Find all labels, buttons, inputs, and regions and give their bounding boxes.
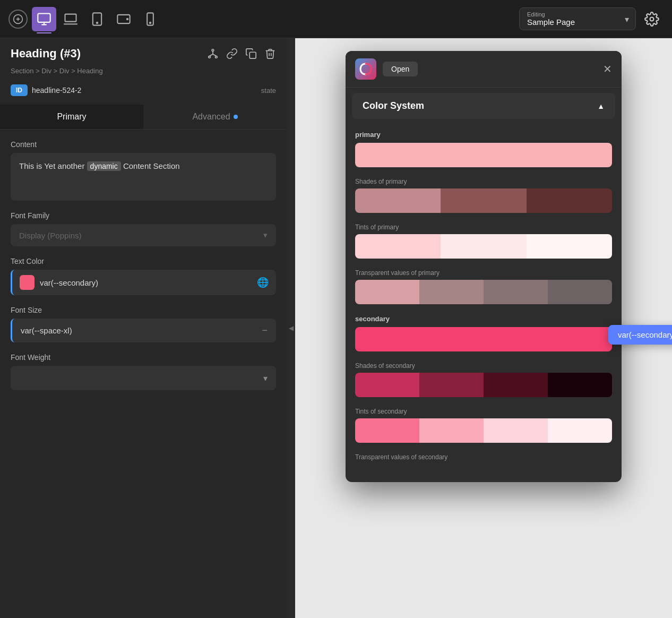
tab-advanced[interactable]: Advanced: [143, 105, 287, 129]
svg-rect-3: [38, 13, 50, 22]
svg-point-8: [97, 22, 98, 23]
close-button[interactable]: ✕: [603, 63, 612, 75]
font-size-field: Font Size var(--space-xl) −: [11, 306, 276, 342]
page-name-label: Sample Page: [527, 18, 575, 27]
content-textarea[interactable]: This is Yet another dynamic Content Sect…: [11, 153, 276, 201]
duplicate-icon[interactable]: [245, 48, 257, 59]
primary-section: primary: [355, 131, 612, 167]
tabs-row: Primary Advanced: [0, 105, 287, 130]
color-swatch[interactable]: [20, 275, 35, 290]
tints-secondary-section: Tints of secondary: [355, 408, 612, 443]
sec-shade-2: [419, 373, 484, 397]
svg-point-15: [209, 56, 211, 58]
page-selector[interactable]: Editing Sample Page ▾: [519, 7, 636, 30]
tints-secondary-bar[interactable]: [355, 418, 612, 443]
open-button[interactable]: Open: [383, 62, 418, 76]
secondary-color-bar[interactable]: [355, 327, 612, 351]
sec-shade-3: [484, 373, 548, 397]
device-desktop[interactable]: [32, 7, 56, 31]
transparent-primary-section: Transparent values of primary: [355, 269, 612, 304]
svg-line-18: [210, 54, 213, 56]
transparent-secondary-section: Transparent values of secondary: [355, 453, 612, 461]
svg-point-16: [216, 56, 218, 58]
id-badge[interactable]: ID: [11, 84, 28, 96]
tints-primary-bar[interactable]: [355, 234, 612, 259]
tints-primary-section: Tints of primary: [355, 224, 612, 259]
var-tooltip: var(--secondary): [608, 325, 672, 345]
settings-button[interactable]: [640, 7, 664, 31]
color-modal: Open ✕ Color System ▲ primary Shades of …: [346, 51, 622, 482]
shades-secondary-label: Shades of secondary: [355, 362, 612, 370]
shades-secondary-section: Shades of secondary: [355, 362, 612, 397]
sec-tint-3: [484, 418, 548, 443]
trans-3: [484, 280, 548, 304]
shade-3: [527, 188, 612, 213]
svg-point-13: [650, 17, 654, 21]
state-button[interactable]: state: [261, 87, 276, 95]
content-before: This is Yet another: [19, 161, 87, 170]
breadcrumb: Section > Div > Div > Heading: [0, 65, 287, 81]
font-family-label: Font Family: [11, 211, 276, 220]
sec-tint-4: [548, 418, 612, 443]
trans-1: [355, 280, 419, 304]
chevron-down-icon: ▾: [263, 373, 268, 383]
transparent-primary-bar[interactable]: [355, 280, 612, 304]
device-tablet[interactable]: [85, 7, 109, 31]
sec-shade-1: [355, 373, 419, 397]
shade-1: [355, 188, 441, 213]
chevron-down-icon: ▾: [263, 230, 268, 240]
secondary-label: secondary: [355, 315, 612, 323]
sec-tint-2: [419, 418, 484, 443]
main-content: Heading (#3): [0, 38, 672, 618]
color-system-title-bar: Color System ▲: [352, 93, 615, 119]
shades-secondary-bar[interactable]: [355, 373, 612, 397]
chevron-down-icon: ▾: [625, 14, 629, 24]
id-value: headline-524-2: [32, 86, 257, 95]
secondary-section: secondary: [355, 315, 612, 351]
shades-primary-bar[interactable]: [355, 188, 612, 213]
add-button[interactable]: [8, 10, 28, 29]
shade-2: [441, 188, 526, 213]
left-panel: Heading (#3): [0, 38, 287, 618]
device-tablet-landscape[interactable]: [111, 7, 136, 31]
svg-rect-6: [65, 14, 76, 21]
tab-primary[interactable]: Primary: [0, 105, 143, 129]
triangle-icon: ▲: [597, 102, 605, 110]
font-family-select[interactable]: Display (Poppins) ▾: [11, 224, 276, 246]
delete-icon[interactable]: [264, 48, 276, 59]
panel-header-actions: [207, 48, 276, 59]
color-input[interactable]: var(--secondary) 🌐: [11, 270, 276, 295]
collapse-handle[interactable]: ◀: [287, 38, 295, 618]
font-size-input[interactable]: var(--space-xl) −: [11, 319, 276, 342]
font-weight-label: Font Weight: [11, 353, 276, 362]
font-size-value: var(--space-xl): [21, 326, 72, 335]
svg-point-14: [212, 49, 214, 52]
top-bar: Editing Sample Page ▾: [0, 0, 672, 38]
svg-line-19: [213, 54, 216, 56]
panel-header: Heading (#3): [0, 38, 287, 65]
minus-button[interactable]: −: [262, 325, 268, 336]
font-weight-select[interactable]: ▾: [11, 366, 276, 390]
link-icon[interactable]: [226, 48, 238, 59]
primary-label: primary: [355, 131, 612, 139]
structure-icon[interactable]: [207, 48, 219, 59]
transparent-secondary-label: Transparent values of secondary: [355, 453, 612, 461]
font-weight-field: Font Weight ▾: [11, 353, 276, 390]
shades-primary-section: Shades of primary: [355, 178, 612, 213]
id-row: ID headline-524-2 state: [0, 81, 287, 105]
tints-secondary-label: Tints of secondary: [355, 408, 612, 415]
panel-fields: Content This is Yet another dynamic Cont…: [0, 130, 287, 401]
globe-icon[interactable]: 🌐: [257, 277, 269, 288]
content-field: Content This is Yet another dynamic Cont…: [11, 140, 276, 201]
tint-1: [355, 234, 441, 259]
device-mobile[interactable]: [138, 7, 162, 31]
svg-point-12: [150, 22, 151, 23]
primary-color-bar[interactable]: [355, 143, 612, 167]
right-panel: Open ✕ Color System ▲ primary Shades of …: [295, 38, 672, 618]
device-laptop[interactable]: [58, 7, 83, 31]
device-icons: [32, 7, 162, 31]
text-color-field: Text Color var(--secondary) 🌐: [11, 257, 276, 295]
text-color-label: Text Color: [11, 257, 276, 265]
collapse-icon: ◀: [289, 324, 294, 332]
transparent-primary-label: Transparent values of primary: [355, 269, 612, 277]
